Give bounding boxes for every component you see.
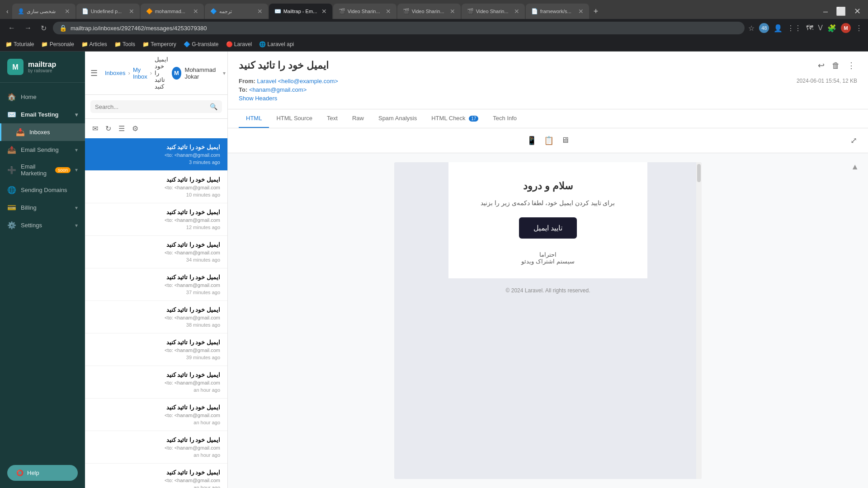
tab-5-close[interactable]: ✕	[321, 8, 327, 15]
maximize-button[interactable]: ⬜	[832, 5, 849, 18]
email-item-3[interactable]: ایمیل خود را تائید کنید to: <hanam@gmail…	[85, 236, 227, 268]
bookmark-laravel-api[interactable]: 🌐 Laravel api	[259, 41, 294, 47]
menu-icon[interactable]: ⋮	[855, 24, 863, 33]
apps-icon[interactable]: ⋮⋮	[787, 24, 802, 33]
tab-raw[interactable]: Raw	[345, 109, 371, 128]
extension-icon-3[interactable]: 🧩	[827, 24, 836, 33]
tab-1[interactable]: 👤 شخصی سازی ✕	[12, 4, 75, 19]
email-item-0[interactable]: ایمیل خود را تائید کنید to: <hanam@gmail…	[85, 138, 227, 171]
refresh-icon[interactable]: ↻	[104, 122, 113, 135]
back-button[interactable]: ←	[5, 22, 18, 34]
filter-icon[interactable]: ☰	[117, 122, 127, 135]
bookmark-tools[interactable]: 📁 Tools	[114, 41, 135, 47]
extension-icon-2[interactable]: V	[818, 24, 823, 32]
help-button[interactable]: ⭕ Help	[7, 465, 78, 481]
bookmark-temperory[interactable]: 📁 Temperory	[142, 41, 176, 47]
compose-icon[interactable]: ✉	[90, 122, 100, 135]
email-item-6[interactable]: ایمیل خود را تائید کنید to: <hanam@gmail…	[85, 333, 227, 366]
forward-button[interactable]: →	[22, 22, 34, 34]
tab-html-source[interactable]: HTML Source	[269, 109, 320, 128]
bookmark-icon[interactable]: ☆	[748, 24, 755, 33]
tab-2-close[interactable]: ✕	[129, 8, 134, 15]
bookmark-personale[interactable]: 📁 Personale	[41, 41, 74, 47]
email-sending-arrow: ▾	[75, 147, 78, 153]
email-item-9[interactable]: ایمیل خود را تائید کنید to: <hanam@gmail…	[85, 431, 227, 464]
sidebar-toggle-button[interactable]: ☰	[90, 68, 98, 78]
reload-button[interactable]: ↻	[38, 22, 49, 34]
tab-3[interactable]: 🔶 mohammad... ✕	[141, 4, 204, 19]
tab-7[interactable]: 🎬 Video Sharin... ✕	[397, 4, 461, 19]
sidebar-item-email-marketing[interactable]: ➕ Email Marketing soon ▾	[0, 159, 85, 181]
more-options-icon[interactable]: ⋮	[845, 59, 857, 72]
tab-8-close[interactable]: ✕	[514, 8, 519, 15]
email-item-7[interactable]: ایمیل خود را تائید کنید to: <hanam@gmail…	[85, 366, 227, 399]
email-body-scroll-thumb	[697, 164, 701, 182]
scroll-up-icon[interactable]: ▲	[851, 162, 859, 171]
email-item-4[interactable]: ایمیل خود را تائید کنید to: <hanam@gmail…	[85, 268, 227, 301]
tab-6[interactable]: 🎬 Video Sharin... ✕	[333, 4, 396, 19]
sidebar-item-email-sending[interactable]: 📤 Email Sending ▾	[0, 141, 85, 159]
bookmarks-bar: 📁 Toturiale 📁 Personale 📁 Articles 📁 Too…	[0, 37, 868, 52]
extension-badge[interactable]: 48	[759, 23, 769, 33]
sidebar-item-home[interactable]: 🏠 Home	[0, 88, 85, 106]
show-headers-link[interactable]: Show Headers	[239, 95, 277, 102]
tab-text[interactable]: Text	[320, 109, 345, 128]
email-verify-button[interactable]: تایید ایمیل	[519, 217, 577, 239]
search-input[interactable]	[95, 103, 206, 110]
extension-icon-1[interactable]: 🗺	[806, 24, 813, 32]
email-to-4: to: <hanam@gmail.com>	[92, 282, 220, 288]
tab-6-close[interactable]: ✕	[386, 8, 391, 15]
search-icon[interactable]: 🔍	[210, 103, 217, 110]
settings-toolbar-icon[interactable]: ⚙	[130, 122, 140, 135]
user-avatar-browser[interactable]: M	[841, 23, 851, 33]
sidebar-item-billing[interactable]: 💳 Billing ▾	[0, 199, 85, 216]
email-item-10[interactable]: ایمیل خود را تائید کنید to: <hanam@gmail…	[85, 464, 227, 488]
reply-icon[interactable]: ↩	[816, 59, 826, 72]
tab-4-close[interactable]: ✕	[257, 8, 263, 15]
email-item-1[interactable]: ایمیل خود را تائید کنید to: <hanam@gmail…	[85, 171, 227, 203]
tab-4[interactable]: 🔷 ترجمه ✕	[205, 4, 268, 19]
email-subject-4: ایمیل خود را تائید کنید	[92, 274, 220, 281]
bookmark-toturiale[interactable]: 📁 Toturiale	[5, 41, 34, 47]
tab-bar: ‹ 👤 شخصی سازی ✕ 📄 Undefined p... ✕ 🔶 moh…	[0, 0, 868, 19]
address-bar[interactable]: 🔒 mailtrap.io/inboxes/2927462/messages/4…	[53, 22, 745, 34]
email-item-8[interactable]: ایمیل خود را تائید کنید to: <hanam@gmail…	[85, 399, 227, 431]
tab-5[interactable]: ✉️ Mailtrap - Em... ✕	[269, 4, 332, 19]
bookmark-laravel[interactable]: 🔴 Laravel	[226, 41, 252, 47]
tab-html[interactable]: HTML	[239, 109, 269, 128]
tab-9-close[interactable]: ✕	[578, 8, 584, 15]
email-item-2[interactable]: ایمیل خود را تائید کنید to: <hanam@gmail…	[85, 203, 227, 236]
breadcrumb-inboxes[interactable]: Inboxes	[105, 70, 126, 76]
tab-html-check[interactable]: HTML Check 17	[424, 109, 486, 128]
sidebar-item-settings[interactable]: ⚙️ Settings ▾	[0, 216, 85, 234]
breadcrumb-my-inbox[interactable]: My Inbox	[133, 66, 147, 80]
tab-tech-info[interactable]: Tech Info	[486, 109, 524, 128]
tablet-view-icon[interactable]: 📋	[542, 134, 556, 147]
bookmark-gtranslate[interactable]: 🔷 G-translate	[184, 41, 219, 47]
bookmark-articles[interactable]: 📁 Articles	[81, 41, 107, 47]
delete-icon[interactable]: 🗑	[830, 59, 842, 72]
mobile-view-icon[interactable]: 📱	[525, 134, 538, 147]
sidebar-item-sending-domains[interactable]: 🌐 Sending Domains	[0, 181, 85, 199]
tab-2[interactable]: 📄 Undefined p... ✕	[76, 4, 140, 19]
desktop-view-icon[interactable]: 🖥	[559, 134, 571, 147]
tab-3-close[interactable]: ✕	[193, 8, 198, 15]
tab-7-close[interactable]: ✕	[450, 8, 455, 15]
tab-1-close[interactable]: ✕	[65, 8, 70, 15]
close-button[interactable]: ✕	[850, 5, 864, 18]
minimize-button[interactable]: –	[820, 5, 831, 18]
sidebar-item-inboxes[interactable]: 📥 Inboxes	[0, 123, 85, 141]
email-body: سلام و درود برای تایید کردن ایمیل خود، ل…	[394, 162, 702, 479]
tab-spam-analysis[interactable]: Spam Analysis	[371, 109, 424, 128]
email-item-5[interactable]: ایمیل خود را تائید کنید to: <hanam@gmail…	[85, 301, 227, 333]
expand-icon[interactable]: ⤢	[850, 136, 857, 145]
new-tab-button[interactable]: +	[590, 5, 602, 18]
user-menu-arrow[interactable]: ▾	[223, 70, 226, 76]
email-body-scrollbar[interactable]	[696, 162, 702, 479]
sidebar-item-email-testing[interactable]: ✉️ Email Testing ▾	[0, 106, 85, 123]
tab-8[interactable]: 🎬 Video Sharin... ✕	[462, 4, 525, 19]
tab-back-arrow[interactable]: ‹	[4, 6, 11, 17]
profile-icon[interactable]: 👤	[774, 24, 783, 33]
tab-9[interactable]: 📄 framework/s... ✕	[526, 4, 589, 19]
lock-icon: 🔒	[59, 24, 67, 32]
